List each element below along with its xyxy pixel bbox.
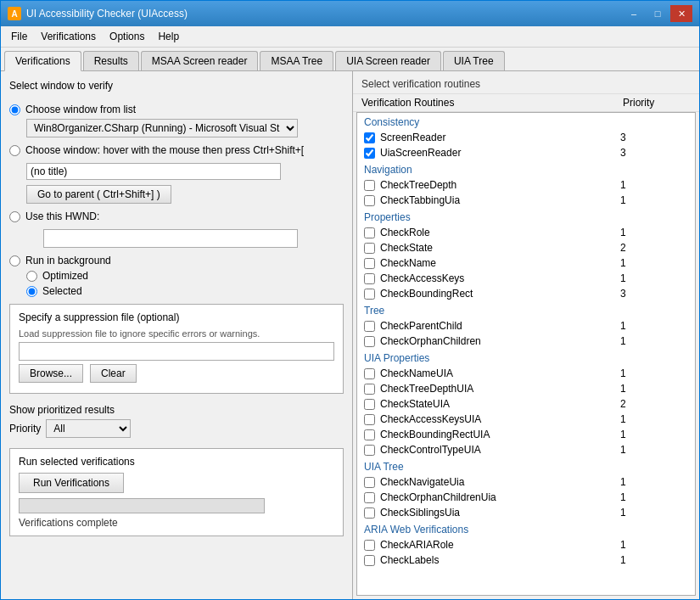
routine-row: CheckNameUIA1 — [357, 366, 695, 381]
category-uia-tree: UIA Tree — [357, 457, 695, 474]
routine-checkbox-checkorphanchildren[interactable] — [364, 336, 375, 347]
category-aria-web-verifications: ARIA Web Verifications — [357, 520, 695, 537]
routine-checkbox-checkboundingrectuia[interactable] — [364, 429, 375, 440]
routine-priority: 1 — [620, 383, 688, 395]
close-button[interactable]: ✕ — [670, 5, 692, 22]
run-background-radio[interactable] — [9, 255, 20, 266]
routine-row: CheckBoundingRect3 — [357, 286, 695, 301]
clear-button[interactable]: Clear — [90, 364, 137, 383]
use-hwnd-radio[interactable] — [9, 211, 20, 222]
hwnd-input[interactable] — [43, 229, 298, 248]
routine-checkbox-checkname[interactable] — [364, 258, 375, 269]
routine-row: CheckSiblingsUia1 — [357, 505, 695, 520]
routine-checkbox-uiascreenreader[interactable] — [364, 148, 375, 159]
window-dropdown[interactable]: Win8Organizer.CSharp (Running) - Microso… — [26, 119, 298, 137]
routine-name: CheckBoundingRectUIA — [380, 429, 620, 440]
run-verifications-button[interactable]: Run Verifications — [19, 473, 124, 493]
routine-checkbox-checkboundingrect[interactable] — [364, 289, 375, 300]
run-section: Run selected verifications Run Verificat… — [9, 448, 344, 536]
right-panel: Select verification routines Verificatio… — [353, 71, 699, 599]
routine-checkbox-screenreader[interactable] — [364, 132, 375, 143]
routine-priority: 1 — [620, 413, 688, 425]
priority-select[interactable]: All123 — [46, 419, 131, 438]
menu-item-options[interactable]: Options — [103, 28, 151, 45]
routine-priority: 1 — [620, 429, 688, 440]
routines-scroll[interactable]: ConsistencyScreenReader3UiaScreenReader3… — [356, 112, 696, 596]
routine-priority: 1 — [620, 539, 688, 551]
suppression-file-input[interactable] — [19, 342, 334, 361]
tab-msaa-screen-reader[interactable]: MSAA Screen reader — [141, 51, 259, 70]
menu-item-help[interactable]: Help — [151, 28, 186, 45]
routine-row: CheckTreeDepthUIA1 — [357, 381, 695, 396]
minimize-button[interactable]: – — [623, 5, 645, 22]
show-prioritized-label: Show prioritized results — [9, 404, 344, 416]
no-title-input[interactable] — [26, 163, 281, 180]
tab-results[interactable]: Results — [83, 51, 139, 70]
routine-checkbox-checkstate[interactable] — [364, 243, 375, 254]
tab-msaa-tree[interactable]: MSAA Tree — [260, 51, 333, 70]
col-priority-header: Priority — [623, 97, 691, 109]
routine-checkbox-checkaccesskeys[interactable] — [364, 273, 375, 284]
use-hwnd-group: Use this HWND: — [9, 210, 344, 248]
menu-item-verifications[interactable]: Verifications — [34, 28, 103, 45]
routine-priority: 2 — [620, 398, 688, 410]
suppression-section: Specify a suppression file (optional) Lo… — [9, 304, 344, 394]
routine-name: CheckName — [380, 257, 620, 269]
routine-checkbox-checktabbinguia[interactable] — [364, 195, 375, 206]
routine-priority: 1 — [620, 367, 688, 379]
use-hwnd-radio-row: Use this HWND: — [9, 210, 344, 222]
routine-checkbox-checktreedepth[interactable] — [364, 180, 375, 191]
tab-uia-screen-reader[interactable]: UIA Screen reader — [335, 51, 441, 70]
go-to-parent-button[interactable]: Go to parent ( Ctrl+Shift+] ) — [26, 185, 171, 204]
tab-uia-tree[interactable]: UIA Tree — [443, 51, 505, 70]
choose-from-list-radio[interactable] — [9, 104, 20, 115]
routine-name: CheckTreeDepthUIA — [380, 383, 620, 395]
main-window: A UI Accessibility Checker (UIAccess) – … — [0, 0, 700, 600]
priority-section: Show prioritized results Priority All123 — [9, 404, 344, 441]
menu-bar: FileVerificationsOptionsHelp — [1, 26, 699, 48]
choose-from-list-radio-row: Choose window from list — [9, 104, 344, 115]
routine-name: CheckLabels — [380, 554, 620, 566]
routine-checkbox-checktreedepthuia[interactable] — [364, 384, 375, 395]
select-window-label: Select window to verify — [9, 80, 344, 92]
routine-row: CheckOrphanChildrenUia1 — [357, 490, 695, 505]
routine-checkbox-checkorphanchildrenuia[interactable] — [364, 492, 375, 503]
tab-verifications[interactable]: Verifications — [4, 51, 81, 71]
routine-priority: 1 — [620, 257, 688, 269]
routine-checkbox-checkcontroltypeuia[interactable] — [364, 445, 375, 456]
routine-checkbox-checkparentchild[interactable] — [364, 321, 375, 332]
routine-name: CheckARIARole — [380, 539, 620, 551]
menu-item-file[interactable]: File — [4, 28, 34, 45]
routine-row: CheckParentChild1 — [357, 318, 695, 334]
choose-from-list-label: Choose window from list — [25, 104, 136, 115]
title-bar-left: A UI Accessibility Checker (UIAccess) — [8, 7, 188, 20]
go-to-parent-row: Go to parent ( Ctrl+Shift+] ) — [26, 185, 344, 204]
browse-button[interactable]: Browse... — [19, 364, 83, 383]
routine-name: CheckAccessKeys — [380, 272, 620, 284]
selected-radio[interactable] — [26, 286, 37, 297]
routine-priority: 1 — [620, 179, 688, 191]
window-title: UI Accessibility Checker (UIAccess) — [26, 8, 188, 20]
routine-priority: 1 — [620, 444, 688, 456]
routine-name: CheckStateUIA — [380, 398, 620, 410]
restore-button[interactable]: □ — [647, 5, 669, 22]
routine-name: CheckTabbingUia — [380, 194, 620, 206]
routine-checkbox-checklabels[interactable] — [364, 555, 375, 566]
routine-name: CheckRole — [380, 227, 620, 238]
routine-priority: 1 — [620, 335, 688, 347]
run-background-label: Run in background — [25, 255, 111, 266]
run-background-radio-row: Run in background — [9, 255, 344, 266]
routine-checkbox-checkaccesskeysuia[interactable] — [364, 414, 375, 425]
priority-row: Priority All123 — [9, 419, 344, 438]
routine-checkbox-checksiblingsuia[interactable] — [364, 507, 375, 519]
routine-checkbox-checkstateuia[interactable] — [364, 399, 375, 410]
routine-row: UiaScreenReader3 — [357, 145, 695, 160]
optimized-radio[interactable] — [26, 271, 37, 282]
choose-mouse-radio[interactable] — [9, 145, 20, 156]
routine-row: CheckStateUIA2 — [357, 396, 695, 412]
routine-checkbox-checknameuia[interactable] — [364, 368, 375, 379]
routine-checkbox-checkrole[interactable] — [364, 227, 375, 238]
routine-checkbox-checknavigateuia[interactable] — [364, 477, 375, 488]
choose-mouse-radio-row: Choose window: hover with the mouse then… — [9, 144, 344, 156]
routine-checkbox-checkariarole[interactable] — [364, 540, 375, 551]
